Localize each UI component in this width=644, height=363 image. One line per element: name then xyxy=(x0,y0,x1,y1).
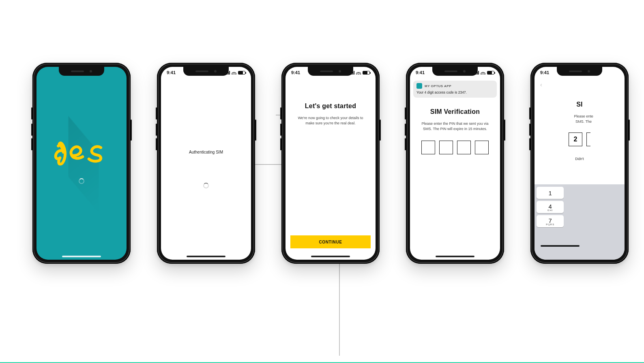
numeric-keypad: 1 4GHI 7PQRS xyxy=(535,184,625,260)
yes-logo xyxy=(53,135,110,171)
device-notch xyxy=(557,67,602,76)
status-time: 9:41 xyxy=(416,70,425,75)
pin-input-group xyxy=(421,141,489,154)
battery-icon xyxy=(363,71,370,75)
wifi-icon xyxy=(481,71,485,75)
status-time: 9:41 xyxy=(291,70,300,75)
status-time: 9:41 xyxy=(540,70,549,75)
page-subtitle: Please enter the PIN that we sent you vi… xyxy=(410,121,500,132)
auth-label: Authenticating SIM xyxy=(189,150,223,154)
pin-box-4[interactable] xyxy=(475,141,489,154)
phone-get-started: 9:41 Let's get started We're now going t… xyxy=(281,63,380,264)
notif-app-icon xyxy=(416,83,422,89)
wifi-icon xyxy=(356,71,361,75)
page-title: Let's get started xyxy=(305,102,356,110)
phone-sim-verification: 9:41 MY OPTUS APP Your 4 digit access co… xyxy=(406,63,504,264)
continue-button[interactable]: CONTINUE xyxy=(290,235,371,248)
pin-box-2[interactable] xyxy=(586,132,590,146)
pin-input-group: 2 xyxy=(569,132,590,146)
device-notch xyxy=(308,67,353,76)
home-indicator xyxy=(541,245,580,247)
loading-spinner xyxy=(203,183,209,188)
status-time: 9:41 xyxy=(167,70,176,75)
splash-screen xyxy=(36,67,127,260)
device-notch xyxy=(183,67,229,76)
page-subtitle: We're now going to check your details to… xyxy=(286,115,376,126)
phone-splash xyxy=(32,63,131,264)
phone-flow-row: 9:41 Authenticating SIM 9:41 xyxy=(0,0,644,264)
pin-box-1[interactable] xyxy=(421,141,435,154)
notif-app-name: MY OPTUS APP xyxy=(425,84,451,88)
notif-body: Your 4 digit access code is 2347. xyxy=(416,90,494,94)
home-indicator xyxy=(311,256,350,257)
pin-box-3[interactable] xyxy=(457,141,471,154)
battery-icon xyxy=(238,71,245,75)
resend-link[interactable]: Didn't xyxy=(575,157,584,161)
key-1[interactable]: 1 xyxy=(537,187,564,199)
wifi-icon xyxy=(232,71,236,75)
phone-sim-verification-entry: 9:41 ‹ SI Please ente SMS. The 2 Didn't … xyxy=(530,63,629,264)
page-title: SI xyxy=(576,101,583,108)
push-notification[interactable]: MY OPTUS APP Your 4 digit access code is… xyxy=(413,81,497,98)
phone-authenticating: 9:41 Authenticating SIM xyxy=(157,63,255,264)
page-title: SIM Verification xyxy=(430,108,480,115)
device-notch xyxy=(432,67,478,76)
pin-box-2[interactable] xyxy=(439,141,453,154)
home-indicator xyxy=(62,256,101,257)
page-subtitle: Please ente SMS. The xyxy=(563,114,596,124)
pin-box-1[interactable]: 2 xyxy=(569,132,582,146)
device-notch xyxy=(59,67,104,76)
battery-icon xyxy=(487,71,494,75)
key-7[interactable]: 7PQRS xyxy=(537,215,564,227)
home-indicator xyxy=(187,256,225,257)
home-indicator xyxy=(436,256,474,257)
key-4[interactable]: 4GHI xyxy=(537,201,564,213)
